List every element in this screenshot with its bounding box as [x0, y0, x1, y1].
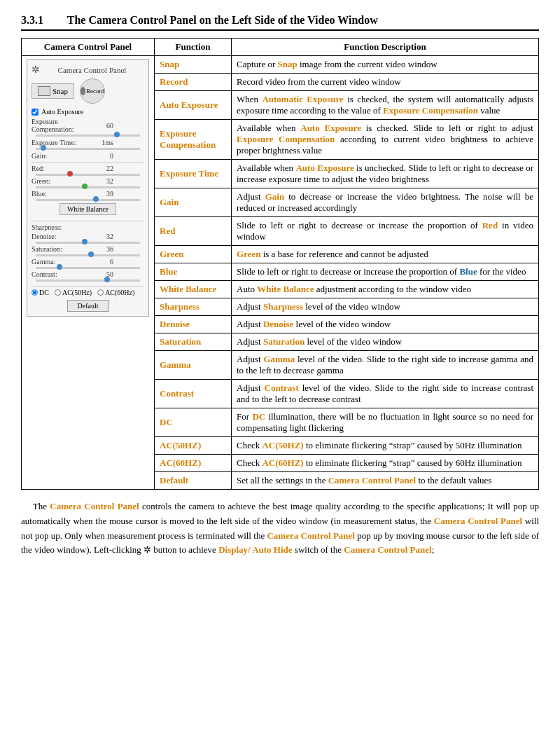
dc-option[interactable]: DC	[31, 289, 49, 296]
divider2	[31, 221, 144, 221]
denoise-val: 32	[98, 233, 113, 240]
green-thumb[interactable]	[82, 184, 88, 189]
green-slider-row: Green: 32	[31, 177, 144, 185]
gamma-label: Gamma:	[31, 258, 98, 266]
snap-label: Snap	[52, 87, 68, 95]
section-number: 3.3.1	[21, 14, 43, 26]
panel-title-label: Camera Control Panel	[58, 66, 127, 74]
gamma-track[interactable]	[36, 267, 140, 269]
saturation-track[interactable]	[36, 254, 140, 256]
func-gain: Gain	[155, 188, 232, 217]
func-ac50: AC(50HZ)	[155, 437, 232, 455]
denoise-track[interactable]	[36, 242, 140, 244]
saturation-slider-row: Saturation: 36	[31, 245, 144, 253]
record-button[interactable]: Record	[80, 78, 105, 104]
contrast-track[interactable]	[36, 280, 140, 282]
contrast-thumb[interactable]	[104, 277, 110, 282]
red-thumb[interactable]	[67, 171, 73, 177]
dc-options-row: DC AC(50Hz) AC(60Hz)	[31, 289, 144, 296]
desc-ac50: Check AC(50HZ) to eliminate flickering “…	[232, 437, 539, 455]
func-exposure-comp: ExposureCompensation	[155, 120, 232, 160]
panel-image-cell: ✲ Camera Control Panel Snap Record	[22, 56, 155, 490]
red-label: Red:	[31, 165, 98, 172]
gamma-thumb[interactable]	[57, 264, 62, 270]
denoise-label: Denoise:	[31, 233, 98, 240]
func-white-balance: White Balance	[155, 281, 232, 298]
red-slider-row: Red: 22	[31, 165, 144, 172]
func-snap: Snap	[155, 56, 232, 74]
footer-paragraph: The Camera Control Panel controls the ca…	[21, 499, 539, 558]
exposure-time-slider-row: Exposure Time: 1ms	[31, 139, 144, 146]
main-table: Camera Control Panel Function Function D…	[21, 38, 539, 490]
func-dc: DC	[155, 408, 232, 437]
ac60-radio[interactable]	[97, 289, 104, 296]
sharpness-slider-row: Sharpness:	[31, 223, 144, 231]
desc-blue: Slide to left or right to decrease or in…	[232, 263, 539, 281]
header-panel: Camera Control Panel	[22, 39, 155, 56]
snap-button[interactable]: Snap	[31, 83, 74, 99]
exposure-time-track[interactable]	[36, 148, 140, 150]
gamma-val: 6	[98, 258, 113, 266]
exposure-comp-thumb[interactable]	[114, 132, 120, 137]
func-blue: Blue	[155, 263, 232, 281]
red-track[interactable]	[36, 174, 140, 176]
func-exposure-time: Exposure Time	[155, 160, 232, 188]
blue-track[interactable]	[36, 199, 140, 201]
func-green: Green	[155, 246, 232, 263]
func-red: Red	[155, 217, 232, 246]
ac50-radio[interactable]	[55, 289, 61, 296]
divider1	[31, 162, 144, 163]
default-button[interactable]: Default	[67, 300, 109, 312]
blue-val: 39	[98, 190, 113, 198]
gamma-slider-row: Gamma: 6	[31, 258, 144, 266]
record-icon	[80, 87, 85, 95]
camera-control-panel-mockup: ✲ Camera Control Panel Snap Record	[27, 59, 149, 317]
desc-green: Green is a base for reference and cannot…	[232, 246, 539, 263]
gain-label: Gain:	[31, 152, 98, 160]
saturation-val: 36	[98, 245, 113, 253]
contrast-slider-row: Contrast: 50	[31, 270, 144, 278]
section-header: 3.3.1 The Camera Control Panel on the Le…	[21, 14, 539, 31]
blue-label: Blue:	[31, 190, 98, 198]
desc-red: Slide to left or right to decrease or in…	[232, 217, 539, 246]
exposure-comp-slider-row: Exposure Compensation: 60	[31, 118, 144, 133]
sharpness-label: Sharpness:	[31, 223, 98, 231]
desc-exposure-time: Available when Auto Exposure is unchecke…	[232, 160, 539, 188]
green-track[interactable]	[36, 186, 140, 188]
auto-exposure-row[interactable]: Auto Exposure	[31, 108, 144, 116]
blue-slider-row: Blue: 39	[31, 190, 144, 198]
desc-record: Record video from the current video wind…	[232, 74, 539, 91]
exposure-comp-track[interactable]	[36, 135, 140, 137]
green-label: Green:	[31, 177, 98, 185]
ac50-option[interactable]: AC(50Hz)	[55, 289, 92, 296]
saturation-label: Saturation:	[31, 245, 98, 253]
record-label: Record	[86, 88, 104, 95]
desc-snap: Capture or Snap image from the current v…	[232, 56, 539, 74]
exposure-comp-val: 60	[98, 122, 113, 130]
desc-auto-exposure: When Automatic Exposure is checked, the …	[232, 91, 539, 120]
func-contrast: Contrast	[155, 380, 232, 408]
desc-gamma: Adjust Gamma level of the video. Slide t…	[232, 351, 539, 380]
snap-icon	[38, 86, 50, 96]
desc-sharpness: Adjust Sharpness level of the video wind…	[232, 298, 539, 316]
white-balance-button[interactable]: White Balance	[59, 203, 116, 215]
ac60-option[interactable]: AC(60Hz)	[97, 289, 134, 296]
red-val: 22	[98, 165, 113, 172]
func-auto-exposure: Auto Exposure	[155, 91, 232, 120]
desc-dc: For DC illumination, there will be no fl…	[232, 408, 539, 437]
saturation-thumb[interactable]	[88, 252, 94, 257]
func-gamma: Gamma	[155, 351, 232, 380]
auto-exposure-checkbox[interactable]	[31, 109, 38, 116]
auto-exposure-label: Auto Exposure	[41, 108, 83, 116]
desc-saturation: Adjust Saturation level of the video win…	[232, 333, 539, 351]
blue-thumb[interactable]	[93, 196, 99, 202]
denoise-thumb[interactable]	[82, 239, 88, 244]
exposure-time-thumb[interactable]	[41, 145, 46, 151]
desc-default: Set all the settings in the Camera Contr…	[232, 472, 539, 490]
func-record: Record	[155, 74, 232, 91]
desc-gain: Adjust Gain to decrease or increase the …	[232, 188, 539, 217]
dc-radio[interactable]	[31, 289, 38, 296]
contrast-label: Contrast:	[31, 270, 98, 278]
func-saturation: Saturation	[155, 333, 232, 351]
section-title-text: The Camera Control Panel on the Left Sid…	[67, 14, 378, 26]
